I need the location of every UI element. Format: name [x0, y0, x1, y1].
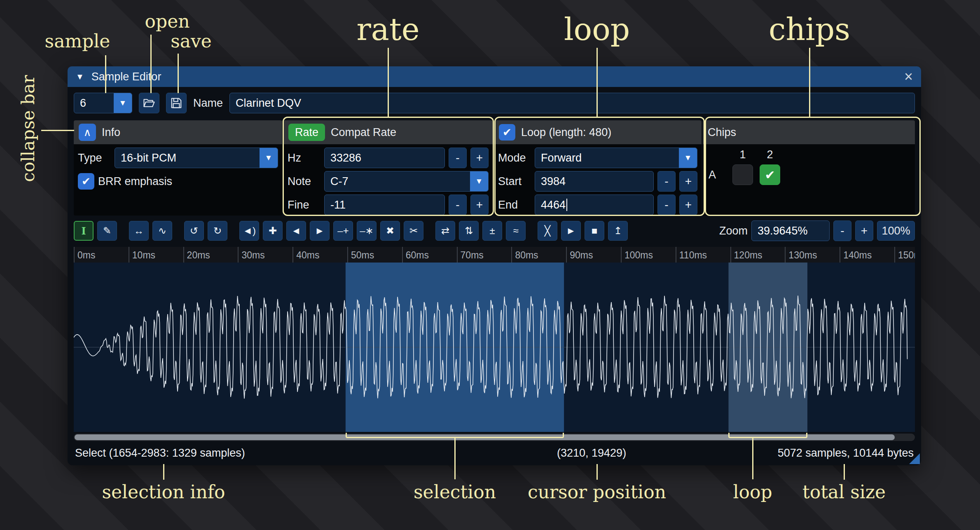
type-dropdown-icon[interactable]: ▼ [260, 148, 278, 168]
stop-preview-icon: ■ [592, 225, 598, 237]
loop-end-decrement-button[interactable]: - [657, 195, 676, 215]
loop-end-value: 4464 [541, 199, 566, 211]
resize-grip[interactable] [909, 453, 920, 464]
fine-decrement-button[interactable]: - [449, 195, 467, 215]
hz-increment-button[interactable]: + [470, 148, 489, 168]
loop-end-input[interactable]: 4464 [535, 195, 654, 215]
ruler-tick: 20ms [183, 247, 238, 263]
annotation-sample-line [105, 55, 106, 93]
annotation-selection-info: selection info [102, 481, 225, 502]
window-collapse-icon[interactable]: ▼ [76, 72, 84, 82]
preview-icon: ► [566, 225, 576, 237]
name-input-value: Clarinet DQV [236, 97, 301, 110]
loop-enabled-checkbox[interactable]: ✔ [499, 124, 515, 141]
open-button[interactable] [139, 93, 159, 113]
zoom-input-value: 39.9645% [758, 225, 808, 237]
toolbar-button-apply-silence[interactable]: –∗ [357, 221, 377, 241]
annotation-rate: rate [356, 12, 419, 47]
toolbar-button-delete[interactable]: ✖ [380, 221, 400, 241]
brr-emphasis-checkbox[interactable]: ✔ [78, 173, 94, 190]
ruler-tick: 50ms [347, 247, 402, 263]
annotation-open-line [150, 35, 152, 93]
toolbar-button-select[interactable]: I [74, 221, 94, 241]
resize-icon: ↔ [134, 225, 144, 237]
waveform-svg [74, 263, 915, 432]
loop-start-increment-button[interactable]: + [679, 171, 697, 192]
rate-panel-header: Rate Compat Rate [283, 120, 493, 144]
toolbar-button-preview[interactable]: ► [561, 221, 581, 241]
ruler-tick: 60ms [402, 247, 457, 263]
loop-mode-dropdown[interactable]: Forward ▼ [535, 148, 697, 168]
toolbar-button-import[interactable]: ↥ [608, 221, 628, 241]
annotation-loop-bottom-line [752, 438, 753, 479]
toolbar-button-crossfade-loop[interactable]: ╳ [538, 221, 557, 241]
fade-in-icon: ◄ [291, 225, 301, 237]
header-row: 6 ▼ Name Clarinet DQV [74, 93, 915, 113]
toolbar-button-resize[interactable]: ↔ [129, 221, 149, 241]
toolbar-button-redo[interactable]: ↻ [208, 221, 227, 241]
toolbar-button-reverse[interactable]: ⇄ [435, 221, 455, 241]
rate-badge-button[interactable]: Rate [288, 124, 325, 141]
toolbar-button-amplify[interactable]: ◄) [239, 221, 259, 241]
sample-selector-dropdown-icon[interactable]: ▼ [114, 93, 132, 113]
draw-icon: ✎ [103, 225, 111, 237]
toolbar-button-filter[interactable]: ≈ [506, 221, 526, 241]
type-dropdown[interactable]: 16-bit PCM ▼ [115, 148, 278, 168]
annotation-rate-line [388, 48, 389, 117]
chip-a-2-checkbox[interactable]: ✔ [760, 164, 780, 185]
toolbar-button-fade-in[interactable]: ◄ [286, 221, 306, 241]
toolbar-button-invert[interactable]: ⇅ [459, 221, 479, 241]
zoom-in-button[interactable]: + [855, 220, 873, 241]
delete-icon: ✖ [386, 225, 394, 237]
chip-column-2-label: 2 [760, 148, 780, 161]
hz-decrement-button[interactable]: - [449, 148, 467, 168]
zoom-input[interactable]: 39.9645% [751, 220, 830, 241]
zoom-reset-button[interactable]: 100% [877, 221, 915, 241]
annotation-loop: loop [564, 12, 630, 47]
hz-input[interactable]: 33286 [324, 148, 445, 168]
status-total-size: 5072 samples, 10144 bytes [778, 447, 914, 460]
text-cursor [566, 199, 567, 211]
annotation-total-size-line [844, 464, 845, 480]
note-dropdown-value: C-7 [330, 175, 348, 188]
annotation-selection-line [454, 438, 456, 479]
toolbar-button-normalize[interactable]: ✚ [263, 221, 283, 241]
time-ruler[interactable]: 0ms10ms20ms30ms40ms50ms60ms70ms80ms90ms1… [74, 247, 915, 263]
titlebar[interactable]: ▼ Sample Editor × [68, 66, 921, 87]
toolbar-button-fade-out[interactable]: ► [310, 221, 330, 241]
brr-emphasis-label: BRR emphasis [98, 175, 172, 188]
toolbar-button-resample[interactable]: ∿ [152, 221, 172, 241]
name-input[interactable]: Clarinet DQV [229, 93, 915, 113]
loop-start-input[interactable]: 3984 [535, 171, 654, 192]
loop-start-decrement-button[interactable]: - [657, 171, 676, 192]
loop-end-increment-button[interactable]: + [679, 195, 697, 215]
sample-selector[interactable]: 6 ▼ [74, 93, 132, 113]
fine-input[interactable]: -11 [324, 195, 445, 215]
chip-a-1-checkbox[interactable] [732, 164, 753, 185]
collapse-bar-button[interactable]: ∧ [79, 124, 96, 141]
loop-bracket [728, 433, 807, 438]
zoom-out-button[interactable]: - [833, 220, 851, 241]
loop-mode-dropdown-icon[interactable]: ▼ [679, 148, 697, 168]
info-panel-header: ∧ Info [74, 120, 282, 144]
toolbar-button-stop-preview[interactable]: ■ [585, 221, 604, 241]
floppy-disk-icon [170, 97, 182, 109]
waveform-display[interactable] [74, 263, 915, 432]
note-label: Note [288, 175, 320, 188]
close-icon[interactable]: × [904, 69, 913, 84]
note-dropdown[interactable]: C-7 ▼ [324, 171, 489, 192]
normalize-icon: ✚ [269, 225, 277, 237]
fine-increment-button[interactable]: + [470, 195, 489, 215]
selection-bracket [346, 433, 564, 438]
save-button[interactable] [166, 93, 187, 113]
chips-panel-header: Chips [703, 120, 915, 144]
toolbar-button-undo[interactable]: ↺ [184, 221, 204, 241]
toolbar-button-draw[interactable]: ✎ [97, 221, 117, 241]
note-dropdown-icon[interactable]: ▼ [470, 171, 488, 191]
toolbar-button-trim[interactable]: ✂ [404, 221, 423, 241]
undo-icon: ↺ [190, 225, 198, 237]
ruler-tick: 100ms [621, 247, 676, 263]
toolbar-button-sign-invert[interactable]: ± [482, 221, 502, 241]
toolbar-button-insert-silence[interactable]: –+ [333, 221, 353, 241]
loop-start-value: 3984 [541, 175, 566, 188]
